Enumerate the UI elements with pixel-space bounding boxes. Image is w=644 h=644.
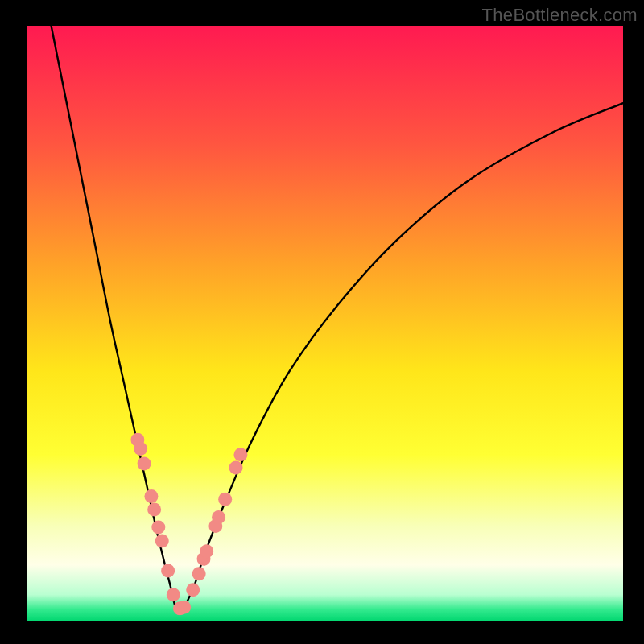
sample-dot [147, 502, 161, 516]
sample-dots [130, 433, 247, 615]
sample-dot [134, 442, 147, 456]
sample-dot [218, 493, 232, 506]
sample-dot [161, 564, 175, 578]
sample-dot [229, 461, 243, 475]
sample-dot [144, 489, 158, 503]
outer-frame: TheBottleneck.com [0, 0, 644, 644]
sample-dot [167, 588, 180, 601]
sample-dot [138, 456, 151, 470]
sample-dot [155, 535, 169, 548]
sample-dot [233, 448, 247, 461]
sample-dot [177, 601, 191, 614]
sample-dot [186, 583, 200, 597]
sample-dot [212, 510, 225, 524]
bottleneck-curve [52, 26, 623, 613]
sample-dot [192, 567, 206, 580]
sample-dot [200, 544, 213, 558]
sample-dot [151, 521, 165, 535]
chart-svg [0, 0, 644, 644]
